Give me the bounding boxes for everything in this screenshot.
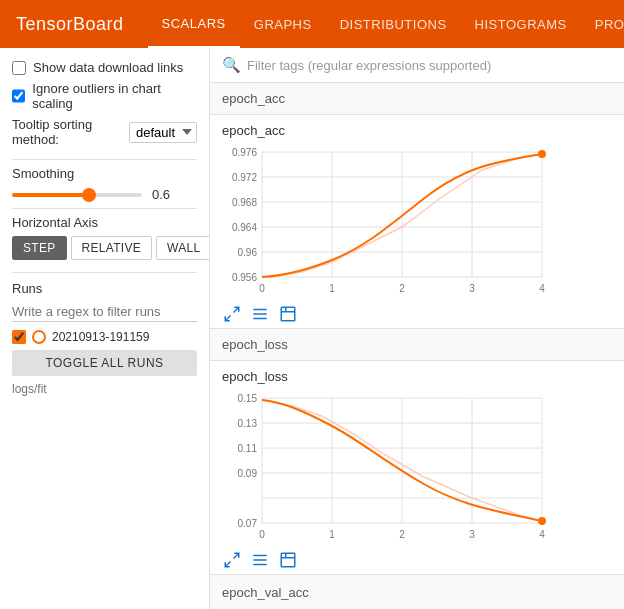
svg-line-53 xyxy=(234,553,239,558)
nav-histograms[interactable]: HISTOGRAMS xyxy=(461,0,581,48)
expand-icon-loss[interactable] xyxy=(222,550,242,570)
epoch-loss-section: epoch_loss epoch_loss xyxy=(210,329,624,575)
svg-text:0.976: 0.976 xyxy=(232,147,257,158)
smoothing-section: Smoothing 0.6 xyxy=(12,166,197,202)
svg-text:0.968: 0.968 xyxy=(232,197,257,208)
nav-profile[interactable]: PROFILE xyxy=(581,0,624,48)
run-name: 20210913-191159 xyxy=(52,330,149,344)
svg-line-54 xyxy=(225,562,230,567)
logo: TensorBoard xyxy=(16,14,124,35)
smoothing-label: Smoothing xyxy=(12,166,197,181)
epoch-acc-card: epoch_acc xyxy=(210,115,624,328)
axis-wall-btn[interactable]: WALL xyxy=(156,236,210,260)
epoch-acc-title: epoch_acc xyxy=(222,123,612,138)
runs-label: Runs xyxy=(12,281,197,296)
smoothing-value: 0.6 xyxy=(152,187,170,202)
main-nav: SCALARS GRAPHS DISTRIBUTIONS HISTOGRAMS … xyxy=(148,0,624,48)
svg-text:0.13: 0.13 xyxy=(238,418,258,429)
epoch-acc-section: epoch_acc epoch_acc xyxy=(210,83,624,329)
epoch-loss-title: epoch_loss xyxy=(222,369,612,384)
tooltip-row: Tooltip sorting method: default xyxy=(12,117,197,147)
divider-2 xyxy=(12,208,197,209)
show-data-links-row: Show data download links xyxy=(12,60,197,75)
runs-section: Runs 20210913-191159 TOGGLE ALL RUNS log… xyxy=(12,281,197,396)
svg-text:1: 1 xyxy=(329,529,335,540)
ignore-outliers-checkbox[interactable] xyxy=(12,89,25,103)
horizontal-axis-label: Horizontal Axis xyxy=(12,215,197,230)
epoch-acc-icons xyxy=(222,304,612,324)
ignore-outliers-label: Ignore outliers in chart scaling xyxy=(32,81,197,111)
svg-text:3: 3 xyxy=(469,283,475,294)
svg-rect-58 xyxy=(281,553,295,567)
svg-text:0.964: 0.964 xyxy=(232,222,257,233)
svg-rect-28 xyxy=(281,307,295,321)
nav-graphs[interactable]: GRAPHS xyxy=(240,0,326,48)
svg-text:0.07: 0.07 xyxy=(238,518,258,529)
axis-step-btn[interactable]: STEP xyxy=(12,236,67,260)
epoch-loss-icons xyxy=(222,550,612,570)
svg-text:0.11: 0.11 xyxy=(238,443,258,454)
header: TensorBoard SCALARS GRAPHS DISTRIBUTIONS… xyxy=(0,0,624,48)
svg-text:4: 4 xyxy=(539,283,545,294)
svg-point-22 xyxy=(538,150,546,158)
svg-text:0.09: 0.09 xyxy=(238,468,258,479)
tooltip-select[interactable]: default xyxy=(129,122,197,143)
show-data-links-checkbox[interactable] xyxy=(12,61,26,75)
show-data-links-label: Show data download links xyxy=(33,60,183,75)
epoch-loss-chart: 0.15 0.13 0.11 0.09 0.07 0 1 2 3 4 xyxy=(222,388,562,548)
svg-text:0.96: 0.96 xyxy=(238,247,258,258)
nav-distributions[interactable]: DISTRIBUTIONS xyxy=(326,0,461,48)
filter-input[interactable] xyxy=(247,58,612,73)
main-layout: Show data download links Ignore outliers… xyxy=(0,48,624,609)
svg-text:2: 2 xyxy=(399,529,405,540)
data-icon-loss[interactable] xyxy=(250,550,270,570)
filter-bar: 🔍 xyxy=(210,48,624,83)
horizontal-axis-section: Horizontal Axis STEP RELATIVE WALL xyxy=(12,215,197,260)
run-checkbox[interactable] xyxy=(12,330,26,344)
svg-point-52 xyxy=(538,517,546,525)
axis-relative-btn[interactable]: RELATIVE xyxy=(71,236,153,260)
runs-filter-input[interactable] xyxy=(12,302,197,322)
tooltip-label: Tooltip sorting method: xyxy=(12,117,123,147)
download-icon[interactable] xyxy=(278,304,298,324)
data-icon[interactable] xyxy=(250,304,270,324)
svg-text:0: 0 xyxy=(259,529,265,540)
expand-icon[interactable] xyxy=(222,304,242,324)
epoch-loss-header: epoch_loss xyxy=(210,329,624,361)
display-options: Show data download links Ignore outliers… xyxy=(12,60,197,147)
epoch-acc-chart: 0.976 0.972 0.968 0.964 0.96 0.956 0 1 2… xyxy=(222,142,562,302)
divider-3 xyxy=(12,272,197,273)
svg-text:0.15: 0.15 xyxy=(238,393,258,404)
svg-text:0.956: 0.956 xyxy=(232,272,257,283)
logs-fit-label: logs/fit xyxy=(12,382,197,396)
svg-text:1: 1 xyxy=(329,283,335,294)
svg-line-24 xyxy=(225,316,230,321)
svg-text:0: 0 xyxy=(259,283,265,294)
divider-1 xyxy=(12,159,197,160)
search-icon: 🔍 xyxy=(222,56,241,74)
content-area: 🔍 epoch_acc epoch_acc xyxy=(210,48,624,609)
svg-line-23 xyxy=(234,307,239,312)
run-item: 20210913-191159 xyxy=(12,330,197,344)
svg-text:0.972: 0.972 xyxy=(232,172,257,183)
nav-scalars[interactable]: SCALARS xyxy=(148,0,240,48)
download-icon-loss[interactable] xyxy=(278,550,298,570)
axis-buttons: STEP RELATIVE WALL xyxy=(12,236,197,260)
sidebar: Show data download links Ignore outliers… xyxy=(0,48,210,609)
smoothing-slider[interactable] xyxy=(12,193,142,197)
svg-text:2: 2 xyxy=(399,283,405,294)
run-circle xyxy=(32,330,46,344)
toggle-all-runs-btn[interactable]: TOGGLE ALL RUNS xyxy=(12,350,197,376)
svg-text:4: 4 xyxy=(539,529,545,540)
epoch-loss-card: epoch_loss xyxy=(210,361,624,574)
ignore-outliers-row: Ignore outliers in chart scaling xyxy=(12,81,197,111)
epoch-val-acc-section[interactable]: epoch_val_acc xyxy=(210,575,624,609)
epoch-acc-header: epoch_acc xyxy=(210,83,624,115)
smoothing-row: 0.6 xyxy=(12,187,197,202)
svg-text:3: 3 xyxy=(469,529,475,540)
